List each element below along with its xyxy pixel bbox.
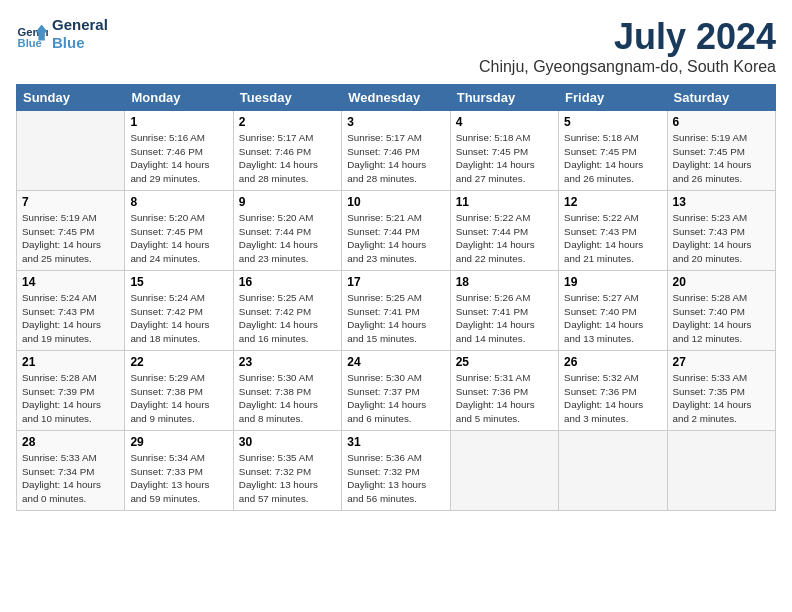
- day-number: 1: [130, 115, 227, 129]
- calendar-day-7: 7Sunrise: 5:19 AM Sunset: 7:45 PM Daylig…: [17, 191, 125, 271]
- calendar-day-27: 27Sunrise: 5:33 AM Sunset: 7:35 PM Dayli…: [667, 351, 775, 431]
- calendar-week-row: 1Sunrise: 5:16 AM Sunset: 7:46 PM Daylig…: [17, 111, 776, 191]
- calendar-day-14: 14Sunrise: 5:24 AM Sunset: 7:43 PM Dayli…: [17, 271, 125, 351]
- day-info: Sunrise: 5:30 AM Sunset: 7:38 PM Dayligh…: [239, 371, 336, 426]
- day-number: 22: [130, 355, 227, 369]
- calendar-day-19: 19Sunrise: 5:27 AM Sunset: 7:40 PM Dayli…: [559, 271, 667, 351]
- day-number: 2: [239, 115, 336, 129]
- day-info: Sunrise: 5:26 AM Sunset: 7:41 PM Dayligh…: [456, 291, 553, 346]
- header-saturday: Saturday: [667, 85, 775, 111]
- day-info: Sunrise: 5:25 AM Sunset: 7:41 PM Dayligh…: [347, 291, 444, 346]
- day-info: Sunrise: 5:27 AM Sunset: 7:40 PM Dayligh…: [564, 291, 661, 346]
- day-info: Sunrise: 5:18 AM Sunset: 7:45 PM Dayligh…: [564, 131, 661, 186]
- calendar-week-row: 7Sunrise: 5:19 AM Sunset: 7:45 PM Daylig…: [17, 191, 776, 271]
- calendar-day-15: 15Sunrise: 5:24 AM Sunset: 7:42 PM Dayli…: [125, 271, 233, 351]
- day-info: Sunrise: 5:33 AM Sunset: 7:34 PM Dayligh…: [22, 451, 119, 506]
- day-info: Sunrise: 5:17 AM Sunset: 7:46 PM Dayligh…: [347, 131, 444, 186]
- calendar-day-31: 31Sunrise: 5:36 AM Sunset: 7:32 PM Dayli…: [342, 431, 450, 511]
- day-number: 3: [347, 115, 444, 129]
- calendar-day-2: 2Sunrise: 5:17 AM Sunset: 7:46 PM Daylig…: [233, 111, 341, 191]
- day-number: 23: [239, 355, 336, 369]
- day-number: 21: [22, 355, 119, 369]
- day-number: 12: [564, 195, 661, 209]
- header-friday: Friday: [559, 85, 667, 111]
- day-info: Sunrise: 5:28 AM Sunset: 7:40 PM Dayligh…: [673, 291, 770, 346]
- title-block: July 2024 Chinju, Gyeongsangnam-do, Sout…: [479, 16, 776, 76]
- calendar-week-row: 28Sunrise: 5:33 AM Sunset: 7:34 PM Dayli…: [17, 431, 776, 511]
- day-number: 8: [130, 195, 227, 209]
- calendar-day-empty: [667, 431, 775, 511]
- location-title: Chinju, Gyeongsangnam-do, South Korea: [479, 58, 776, 76]
- day-number: 20: [673, 275, 770, 289]
- day-number: 18: [456, 275, 553, 289]
- day-info: Sunrise: 5:21 AM Sunset: 7:44 PM Dayligh…: [347, 211, 444, 266]
- day-number: 16: [239, 275, 336, 289]
- logo-text-line2: Blue: [52, 34, 108, 52]
- day-info: Sunrise: 5:22 AM Sunset: 7:44 PM Dayligh…: [456, 211, 553, 266]
- calendar-day-9: 9Sunrise: 5:20 AM Sunset: 7:44 PM Daylig…: [233, 191, 341, 271]
- calendar-day-30: 30Sunrise: 5:35 AM Sunset: 7:32 PM Dayli…: [233, 431, 341, 511]
- calendar-day-5: 5Sunrise: 5:18 AM Sunset: 7:45 PM Daylig…: [559, 111, 667, 191]
- header-thursday: Thursday: [450, 85, 558, 111]
- day-info: Sunrise: 5:20 AM Sunset: 7:45 PM Dayligh…: [130, 211, 227, 266]
- calendar-week-row: 21Sunrise: 5:28 AM Sunset: 7:39 PM Dayli…: [17, 351, 776, 431]
- day-number: 7: [22, 195, 119, 209]
- day-info: Sunrise: 5:24 AM Sunset: 7:42 PM Dayligh…: [130, 291, 227, 346]
- day-number: 9: [239, 195, 336, 209]
- day-info: Sunrise: 5:25 AM Sunset: 7:42 PM Dayligh…: [239, 291, 336, 346]
- day-number: 24: [347, 355, 444, 369]
- day-info: Sunrise: 5:35 AM Sunset: 7:32 PM Dayligh…: [239, 451, 336, 506]
- day-number: 10: [347, 195, 444, 209]
- calendar-day-12: 12Sunrise: 5:22 AM Sunset: 7:43 PM Dayli…: [559, 191, 667, 271]
- day-info: Sunrise: 5:30 AM Sunset: 7:37 PM Dayligh…: [347, 371, 444, 426]
- day-info: Sunrise: 5:28 AM Sunset: 7:39 PM Dayligh…: [22, 371, 119, 426]
- calendar-day-6: 6Sunrise: 5:19 AM Sunset: 7:45 PM Daylig…: [667, 111, 775, 191]
- day-number: 11: [456, 195, 553, 209]
- day-info: Sunrise: 5:20 AM Sunset: 7:44 PM Dayligh…: [239, 211, 336, 266]
- calendar-day-4: 4Sunrise: 5:18 AM Sunset: 7:45 PM Daylig…: [450, 111, 558, 191]
- logo-icon: General Blue: [16, 18, 48, 50]
- calendar-day-23: 23Sunrise: 5:30 AM Sunset: 7:38 PM Dayli…: [233, 351, 341, 431]
- day-info: Sunrise: 5:16 AM Sunset: 7:46 PM Dayligh…: [130, 131, 227, 186]
- calendar-day-25: 25Sunrise: 5:31 AM Sunset: 7:36 PM Dayli…: [450, 351, 558, 431]
- day-number: 15: [130, 275, 227, 289]
- day-number: 5: [564, 115, 661, 129]
- day-info: Sunrise: 5:23 AM Sunset: 7:43 PM Dayligh…: [673, 211, 770, 266]
- day-number: 27: [673, 355, 770, 369]
- day-number: 29: [130, 435, 227, 449]
- calendar-day-1: 1Sunrise: 5:16 AM Sunset: 7:46 PM Daylig…: [125, 111, 233, 191]
- calendar-day-21: 21Sunrise: 5:28 AM Sunset: 7:39 PM Dayli…: [17, 351, 125, 431]
- day-info: Sunrise: 5:17 AM Sunset: 7:46 PM Dayligh…: [239, 131, 336, 186]
- day-number: 14: [22, 275, 119, 289]
- month-title: July 2024: [479, 16, 776, 58]
- day-info: Sunrise: 5:31 AM Sunset: 7:36 PM Dayligh…: [456, 371, 553, 426]
- calendar-day-16: 16Sunrise: 5:25 AM Sunset: 7:42 PM Dayli…: [233, 271, 341, 351]
- day-info: Sunrise: 5:18 AM Sunset: 7:45 PM Dayligh…: [456, 131, 553, 186]
- calendar-day-20: 20Sunrise: 5:28 AM Sunset: 7:40 PM Dayli…: [667, 271, 775, 351]
- header-monday: Monday: [125, 85, 233, 111]
- calendar-day-28: 28Sunrise: 5:33 AM Sunset: 7:34 PM Dayli…: [17, 431, 125, 511]
- calendar-day-8: 8Sunrise: 5:20 AM Sunset: 7:45 PM Daylig…: [125, 191, 233, 271]
- calendar-day-29: 29Sunrise: 5:34 AM Sunset: 7:33 PM Dayli…: [125, 431, 233, 511]
- logo: General Blue General Blue: [16, 16, 108, 52]
- calendar-week-row: 14Sunrise: 5:24 AM Sunset: 7:43 PM Dayli…: [17, 271, 776, 351]
- day-info: Sunrise: 5:33 AM Sunset: 7:35 PM Dayligh…: [673, 371, 770, 426]
- calendar-header-row: SundayMondayTuesdayWednesdayThursdayFrid…: [17, 85, 776, 111]
- day-info: Sunrise: 5:29 AM Sunset: 7:38 PM Dayligh…: [130, 371, 227, 426]
- day-number: 25: [456, 355, 553, 369]
- calendar-table: SundayMondayTuesdayWednesdayThursdayFrid…: [16, 84, 776, 511]
- calendar-day-22: 22Sunrise: 5:29 AM Sunset: 7:38 PM Dayli…: [125, 351, 233, 431]
- page-header: General Blue General Blue July 2024 Chin…: [16, 16, 776, 76]
- logo-text-line1: General: [52, 16, 108, 34]
- calendar-day-empty: [17, 111, 125, 191]
- calendar-day-empty: [450, 431, 558, 511]
- day-number: 4: [456, 115, 553, 129]
- calendar-day-10: 10Sunrise: 5:21 AM Sunset: 7:44 PM Dayli…: [342, 191, 450, 271]
- header-wednesday: Wednesday: [342, 85, 450, 111]
- day-number: 28: [22, 435, 119, 449]
- calendar-day-11: 11Sunrise: 5:22 AM Sunset: 7:44 PM Dayli…: [450, 191, 558, 271]
- day-info: Sunrise: 5:36 AM Sunset: 7:32 PM Dayligh…: [347, 451, 444, 506]
- calendar-day-empty: [559, 431, 667, 511]
- day-info: Sunrise: 5:19 AM Sunset: 7:45 PM Dayligh…: [673, 131, 770, 186]
- day-info: Sunrise: 5:24 AM Sunset: 7:43 PM Dayligh…: [22, 291, 119, 346]
